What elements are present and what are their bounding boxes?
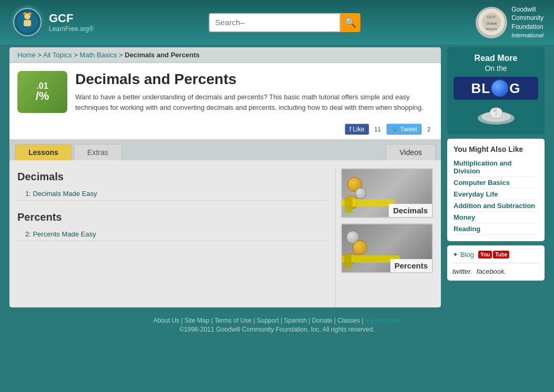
lesson-item-2[interactable]: 2: Percents Made Easy (17, 228, 327, 241)
youtube-tube: Tube (493, 251, 509, 259)
goodwill-text: Goodwill Community Foundation Internatio… (511, 5, 543, 40)
footer-spanish[interactable]: Spanish (284, 317, 307, 324)
breadcrumb-all-topics[interactable]: All Topics (43, 51, 72, 59)
facebook-link[interactable]: facebook. (477, 267, 506, 275)
svg-text:Network: Network (486, 27, 498, 30)
logo-gcf: GCF (49, 12, 94, 25)
twitter-icon: 🐦 (391, 126, 399, 133)
course-info: Decimals and Percents Want to have a bet… (75, 71, 430, 112)
footer-links: About Us | Site Map | Terms of Use | Sup… (5, 317, 549, 324)
breadcrumb: Home > All Topics > Math Basics > Decima… (9, 47, 441, 63)
svg-rect-14 (493, 109, 496, 112)
search-input[interactable] (209, 13, 340, 32)
video-thumb-decimals[interactable]: Decimals (341, 168, 433, 218)
youtube-badge: You (478, 251, 492, 259)
right-sidebar: Read More On the BL G You Might Also Lik… (447, 47, 545, 307)
goodwill-logo: GCF Global Network Goodwill Community Fo… (476, 5, 543, 40)
also-link-4[interactable]: Money (454, 212, 538, 223)
footer-classes[interactable]: Classes (338, 317, 360, 324)
also-link-0[interactable]: Multiplication and Division (454, 158, 538, 177)
header: GCF LearnFree.org® 🔍 GCF Global Network … (0, 0, 554, 45)
course-description: Want to have a better understanding of d… (75, 92, 430, 112)
video-thumb-percents[interactable]: Percents (341, 223, 433, 273)
section-decimals-title: Decimals (17, 171, 327, 183)
lessons-list: Decimals 1: Decimals Made Easy Percents … (9, 168, 336, 307)
also-link-1[interactable]: Computer Basics (454, 177, 538, 189)
blog-logo-link[interactable]: BL G (454, 77, 538, 100)
video-percents-label: Percents (390, 259, 432, 272)
logo-area: GCF LearnFree.org® (11, 5, 94, 39)
footer-donate[interactable]: Donate (312, 317, 333, 324)
course-header: .01 /% Decimals and Percents Want to hav… (9, 63, 441, 121)
goodwill-icon: GCF Global Network (476, 7, 507, 38)
search-icon: 🔍 (345, 17, 356, 28)
videos-thumbnails: Decimals Percents (336, 168, 441, 307)
globe-icon (491, 80, 508, 97)
tab-videos[interactable]: Videos (386, 144, 436, 160)
svg-text:Global: Global (486, 22, 497, 25)
tweet-label: Tweet (400, 126, 417, 133)
twitter-facebook-row: twitter. facebook. (452, 267, 539, 275)
logo-text-block: GCF LearnFree.org® (49, 12, 94, 32)
search-area: 🔍 (209, 13, 360, 32)
twitter-link[interactable]: twitter. (452, 267, 472, 275)
blog-link[interactable]: ✦ Blog (452, 251, 474, 259)
tweet-count: 2 (425, 125, 433, 133)
blog-star-icon: ✦ (452, 251, 458, 259)
also-link-2[interactable]: Everyday Life (454, 189, 538, 200)
also-like-title: You Might Also Like (454, 145, 538, 153)
blog-social-row: ✦ Blog You Tube (452, 251, 539, 259)
main-container: Home > All Topics > Math Basics > Decima… (0, 47, 554, 307)
also-like-box: You Might Also Like Multiplication and D… (447, 139, 545, 241)
facebook-icon: f (349, 126, 351, 133)
like-count: 11 (372, 125, 384, 133)
course-icon: .01 /% (17, 71, 67, 113)
blog-link-label: Blog (460, 251, 474, 259)
footer-terms[interactable]: Terms of Use (215, 317, 252, 324)
blog-mouse-image (454, 105, 538, 128)
breadcrumb-current: Decimals and Percents (125, 51, 199, 59)
footer-myaccount[interactable]: My Account (365, 317, 401, 324)
breadcrumb-home[interactable]: Home (17, 51, 36, 59)
svg-text:GCF: GCF (487, 15, 496, 19)
blog-read-more: Read More (454, 54, 538, 63)
tab-extras[interactable]: Extras (74, 144, 122, 160)
video-decimals-label: Decimals (389, 204, 432, 217)
tabs-bar: Lessons Extras Videos (9, 140, 441, 160)
section-percents-title: Percents (17, 211, 327, 223)
footer-copyright: ©1998-2011 Goodwill Community Foundation… (5, 326, 549, 333)
footer-sitemap[interactable]: Site Map (185, 317, 209, 324)
lesson-item-1[interactable]: 1: Decimals Made Easy (17, 187, 327, 201)
blog-on-the: On the (454, 64, 538, 73)
tab-lessons[interactable]: Lessons (15, 144, 72, 160)
content-panel: Home > All Topics > Math Basics > Decima… (9, 47, 441, 307)
also-link-3[interactable]: Addition and Subtraction (454, 200, 538, 212)
course-title: Decimals and Percents (75, 71, 430, 88)
svg-rect-3 (24, 20, 31, 26)
search-button[interactable]: 🔍 (340, 13, 360, 32)
also-link-5[interactable]: Reading (454, 223, 538, 235)
footer-support[interactable]: Support (257, 317, 279, 324)
blog-box: Read More On the BL G (447, 47, 545, 135)
logo-icon (11, 5, 45, 39)
breadcrumb-math-basics[interactable]: Math Basics (79, 51, 117, 59)
like-label: Like (353, 126, 365, 133)
social-bar: f Like 11 🐦 Tweet 2 (9, 121, 441, 140)
lessons-content: Decimals 1: Decimals Made Easy Percents … (9, 160, 441, 307)
footer: About Us | Site Map | Terms of Use | Sup… (0, 312, 554, 338)
youtube-link[interactable]: You Tube (478, 251, 509, 259)
logo-subtext: LearnFree.org® (49, 25, 94, 33)
facebook-like-button[interactable]: f Like (345, 123, 369, 135)
footer-about[interactable]: About Us (153, 317, 179, 324)
social-links-box: ✦ Blog You Tube twitter. facebook. (447, 245, 545, 281)
tweet-button[interactable]: 🐦 Tweet (386, 123, 422, 135)
